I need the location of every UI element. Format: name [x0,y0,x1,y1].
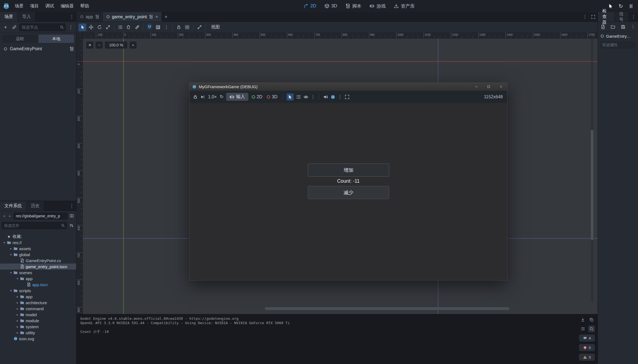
log-filter-icon[interactable] [580,325,586,332]
scroll-to-bottom-icon[interactable] [580,316,586,323]
tab-信号[interactable]: 信号 [615,12,629,22]
instance-scene-button[interactable] [10,23,18,31]
inspector-menu-icon[interactable]: ⋮ [631,25,635,29]
tree-collapse-icon[interactable]: ▾ [9,271,13,274]
increase-button[interactable]: 增加 [308,164,389,177]
warnings-badge[interactable]: 0 [579,354,595,361]
fs-item-app.tscn[interactable]: app.tscn [0,282,76,288]
pan-tool-button[interactable] [125,23,132,31]
close-window-icon[interactable] [495,83,507,91]
node-picker-icon[interactable] [296,94,301,99]
scene-tab-game-entry-point[interactable]: game_entry_point × [103,12,162,22]
game-window-titlebar[interactable]: MyGFrameworkGame (DEBUG) [190,83,507,91]
selection-options-icon[interactable]: ⋮ [311,95,315,99]
fs-item-assets[interactable]: ▸assets [0,245,76,251]
pick-cursor-icon[interactable] [608,4,613,9]
ruler-tool-button[interactable] [133,23,141,31]
fs-item-res://[interactable]: ▾res:// [0,239,76,245]
save-resource-icon[interactable] [621,25,625,29]
workspace-2D[interactable]: 2D [300,2,319,10]
tab-文件系统[interactable]: 文件系统 [0,201,26,211]
load-resource-icon[interactable] [611,25,615,29]
maximize-icon[interactable] [483,83,495,91]
fs-item-收藏:[interactable]: ★收藏: [0,233,76,239]
tab-场景[interactable]: 场景 [0,12,18,22]
game-select-mode-button[interactable] [286,93,294,100]
remote-button[interactable]: 远程 [2,35,38,43]
tree-collapse-icon[interactable]: ▾ [2,241,7,244]
view-menu-button[interactable]: 视图 [208,24,223,30]
grid-snap-toggle[interactable] [154,23,162,31]
local-button[interactable]: 本地 [39,35,74,43]
fs-item-global[interactable]: ▾global [0,251,76,258]
move-tool-button[interactable] [87,23,95,31]
group-selection-button[interactable] [183,23,191,31]
smart-snap-toggle[interactable] [146,23,153,31]
tree-collapse-icon[interactable]: ▸ [15,319,20,322]
audio-mute-icon[interactable] [323,94,328,99]
history-back-icon[interactable]: ◂ [2,213,7,219]
embed-fullscreen-icon[interactable] [345,94,350,99]
debug-options-icon[interactable] [193,94,198,99]
scene-tree-root-node[interactable]: GameEntryPoint [0,45,76,53]
fs-item-model[interactable]: ▸model [0,312,76,318]
file-sort-icon[interactable] [68,222,75,229]
input-mode-button[interactable]: 输入 [226,93,248,101]
menu-调试[interactable]: 调试 [42,0,57,12]
fs-item-command[interactable]: ▸command [0,306,76,312]
close-tab-icon[interactable]: × [155,14,158,20]
decrease-button[interactable]: 减少 [308,186,389,199]
scale-tool-button[interactable] [104,23,112,31]
scene-tab-app[interactable]: app [76,12,103,22]
fs-item-game_entry_point.tscn[interactable]: game_entry_point.tscn [0,264,76,270]
tree-collapse-icon[interactable]: ▸ [15,307,20,310]
open-script-icon[interactable] [69,47,74,51]
minimize-icon[interactable] [470,83,483,91]
pause-game-icon[interactable] [628,4,634,9]
menu-编辑器[interactable]: 编辑器 [57,0,77,12]
scene-tabs-menu-icon[interactable]: ⋮ [583,14,587,20]
history-forward-icon[interactable]: ▸ [8,213,13,219]
workspace-资产库[interactable]: 资产库 [391,2,418,11]
tab-检查器[interactable]: 检查器 [598,12,615,22]
speed-multiplier-label[interactable]: 1.0× [208,94,217,99]
tree-collapse-icon[interactable]: ▸ [15,295,20,298]
zoom-out-button[interactable]: − [96,42,103,49]
tree-collapse-icon[interactable]: ▾ [9,253,13,256]
fs-item-app[interactable]: ▸app [0,294,76,300]
next-frame-icon[interactable] [200,94,205,99]
fs-item-system[interactable]: ▸system [0,324,76,330]
skeleton-menu-button[interactable] [196,23,203,31]
tree-collapse-icon[interactable]: ▸ [15,331,20,335]
tree-collapse-icon[interactable]: ▾ [15,277,20,280]
visibility-icon[interactable] [303,94,308,99]
workspace-脚本[interactable]: 脚本 [342,2,364,11]
camera-2d-toggle[interactable]: 2D [251,94,263,99]
camera-3d-toggle[interactable]: 3D [266,94,278,99]
tree-collapse-icon[interactable]: ▸ [15,313,20,316]
workspace-游戏[interactable]: 游戏 [367,2,389,11]
distraction-free-icon[interactable] [591,15,595,19]
split-mode-icon[interactable] [69,213,75,219]
log-search-icon[interactable] [588,325,595,332]
grid-toggle-icon[interactable]: ✳ [86,42,93,49]
node-list-button[interactable] [116,23,124,31]
fs-item-app[interactable]: ▾app [0,276,76,282]
zoom-in-button[interactable]: + [129,42,137,49]
canvas-viewport[interactable]: -100010020030040050060070080090010001100… [76,32,598,314]
fs-item-architecture[interactable]: ▸architecture [0,300,76,306]
inspected-node-row[interactable]: GameEntryPoint [598,32,638,40]
inspector-dock-menu-icon[interactable]: ⋮ [629,12,638,22]
restart-game-icon[interactable]: ↻ [619,4,623,9]
tree-collapse-icon[interactable]: ▸ [9,247,13,250]
snap-options-menu-icon[interactable]: ⋮ [163,23,170,31]
tab-历史[interactable]: 历史 [26,201,44,211]
fs-item-scripts[interactable]: ▾scripts [0,288,76,294]
tree-collapse-icon[interactable]: ▸ [15,325,20,329]
select-tool-button[interactable] [79,23,86,31]
menu-场景[interactable]: 场景 [11,0,27,12]
filter-properties-input[interactable]: 筛选属性 [600,41,636,49]
messages-badge[interactable]: 4 [579,335,595,342]
v-scrollbar-thumb[interactable] [591,130,593,240]
fs-item-utility[interactable]: ▸utility [0,330,76,336]
